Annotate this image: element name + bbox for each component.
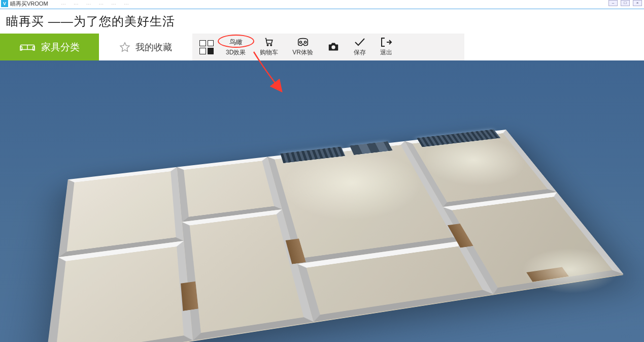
- save-button[interactable]: 保存: [347, 34, 373, 60]
- svg-point-7: [304, 41, 306, 43]
- svg-point-4: [267, 45, 269, 46]
- window-controls: – □ ×: [608, 0, 642, 6]
- furniture-category-tab[interactable]: 家具分类: [0, 34, 99, 60]
- camera-button[interactable]: [320, 34, 347, 60]
- window-title-bar: V 瞄再买VROOM … … … … … … – □ ×: [0, 0, 644, 9]
- svg-point-5: [270, 45, 272, 46]
- grid-icon: [199, 40, 214, 54]
- view-mode-button[interactable]: [194, 34, 219, 60]
- bird-view-button[interactable]: 鸟瞰 3D效果: [219, 34, 253, 60]
- main-toolbar: 家具分类 我的收藏 鸟瞰 3D效果 购物车: [0, 34, 644, 60]
- svg-point-6: [299, 41, 301, 43]
- tool-strip: 鸟瞰 3D效果 购物车 VR体验: [192, 34, 464, 60]
- svg-point-8: [331, 45, 335, 49]
- vr-button[interactable]: VR体验: [285, 34, 320, 60]
- check-icon: [354, 37, 366, 47]
- save-label: 保存: [354, 48, 366, 57]
- vr-label: VR体验: [292, 48, 313, 57]
- window-maximize-button[interactable]: □: [621, 0, 630, 6]
- favorites-tab[interactable]: 我的收藏: [99, 34, 192, 60]
- camera-icon: [327, 42, 340, 52]
- window-title: 瞄再买VROOM: [10, 0, 48, 8]
- brand-slogan: 瞄再买 ——为了您的美好生活: [6, 13, 175, 29]
- window-minimize-button[interactable]: –: [608, 0, 618, 6]
- cart-button[interactable]: 购物车: [253, 34, 285, 60]
- furniture-category-label: 家具分类: [41, 41, 80, 54]
- star-icon: [119, 42, 130, 53]
- cart-icon: [263, 37, 275, 47]
- menu-hint: … … … … … …: [61, 0, 132, 6]
- brand-bar: 瞄再买 ——为了您的美好生活: [0, 9, 644, 34]
- exit-button[interactable]: 退出: [373, 34, 399, 60]
- app-icon: V: [1, 0, 8, 7]
- birdview-label-top: 鸟瞰: [229, 37, 243, 47]
- favorites-label: 我的收藏: [135, 41, 172, 53]
- sofa-icon: [20, 42, 35, 52]
- exit-icon: [380, 37, 392, 47]
- cart-label: 购物车: [260, 48, 278, 57]
- window-close-button[interactable]: ×: [633, 0, 642, 6]
- 3d-viewport[interactable]: [0, 60, 644, 342]
- exit-label: 退出: [380, 48, 392, 57]
- floorplan-model: [46, 131, 623, 342]
- effect3d-label: 3D效果: [226, 48, 246, 57]
- vr-icon: [297, 37, 309, 47]
